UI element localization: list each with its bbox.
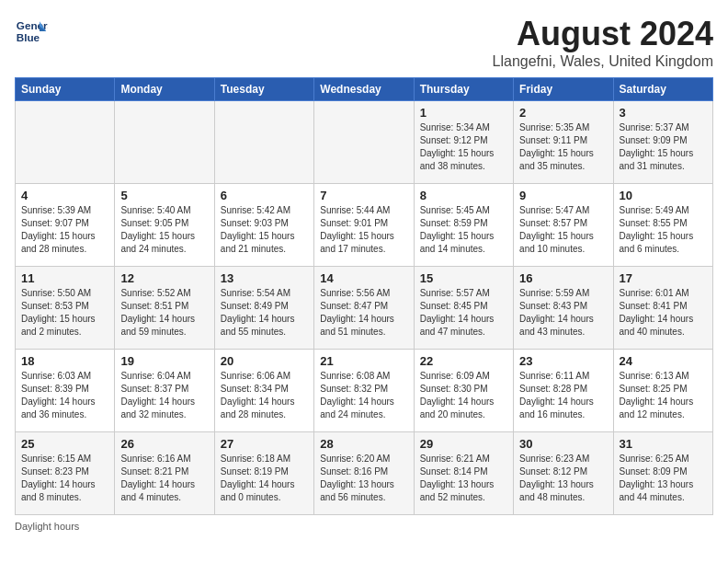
day-info: Sunrise: 5:59 AM Sunset: 8:43 PM Dayligh… bbox=[519, 287, 607, 339]
day-info: Sunrise: 6:25 AM Sunset: 8:09 PM Dayligh… bbox=[620, 453, 707, 504]
day-cell: 8Sunrise: 5:45 AM Sunset: 8:59 PM Daylig… bbox=[414, 184, 513, 267]
day-info: Sunrise: 6:06 AM Sunset: 8:34 PM Dayligh… bbox=[221, 370, 308, 421]
footnote: Daylight hours bbox=[15, 521, 713, 532]
day-number: 1 bbox=[420, 106, 507, 120]
day-info: Sunrise: 6:09 AM Sunset: 8:30 PM Dayligh… bbox=[420, 370, 507, 421]
day-cell: 12Sunrise: 5:52 AM Sunset: 8:51 PM Dayli… bbox=[115, 267, 214, 350]
day-cell bbox=[115, 101, 214, 184]
week-row-4: 18Sunrise: 6:03 AM Sunset: 8:39 PM Dayli… bbox=[16, 350, 713, 432]
day-cell: 14Sunrise: 5:56 AM Sunset: 8:47 PM Dayli… bbox=[314, 267, 414, 350]
day-number: 5 bbox=[120, 189, 208, 202]
day-number: 30 bbox=[519, 437, 607, 451]
day-info: Sunrise: 6:03 AM Sunset: 8:39 PM Dayligh… bbox=[21, 370, 108, 421]
day-cell: 29Sunrise: 6:21 AM Sunset: 8:14 PM Dayli… bbox=[414, 432, 513, 515]
day-info: Sunrise: 6:21 AM Sunset: 8:14 PM Dayligh… bbox=[420, 453, 507, 504]
day-info: Sunrise: 5:52 AM Sunset: 8:51 PM Dayligh… bbox=[120, 287, 208, 339]
day-number: 26 bbox=[120, 437, 208, 451]
day-cell: 17Sunrise: 6:01 AM Sunset: 8:41 PM Dayli… bbox=[613, 267, 712, 350]
day-number: 20 bbox=[221, 354, 308, 368]
day-number: 22 bbox=[420, 354, 507, 368]
week-row-2: 4Sunrise: 5:39 AM Sunset: 9:07 PM Daylig… bbox=[16, 184, 713, 267]
day-number: 9 bbox=[519, 189, 607, 202]
header-friday: Friday bbox=[514, 78, 613, 101]
day-info: Sunrise: 6:23 AM Sunset: 8:12 PM Dayligh… bbox=[519, 453, 607, 504]
day-cell bbox=[314, 101, 414, 184]
header-wednesday: Wednesday bbox=[314, 78, 414, 101]
day-info: Sunrise: 6:08 AM Sunset: 8:32 PM Dayligh… bbox=[320, 370, 407, 421]
day-cell: 13Sunrise: 5:54 AM Sunset: 8:49 PM Dayli… bbox=[214, 267, 313, 350]
day-number: 23 bbox=[519, 354, 607, 368]
subtitle: Llangefni, Wales, United Kingdom bbox=[493, 53, 713, 70]
day-number: 17 bbox=[620, 271, 707, 285]
header-thursday: Thursday bbox=[414, 78, 513, 101]
day-info: Sunrise: 5:57 AM Sunset: 8:45 PM Dayligh… bbox=[420, 287, 507, 339]
day-info: Sunrise: 5:54 AM Sunset: 8:49 PM Dayligh… bbox=[221, 287, 308, 339]
day-cell: 16Sunrise: 5:59 AM Sunset: 8:43 PM Dayli… bbox=[514, 267, 613, 350]
day-info: Sunrise: 6:01 AM Sunset: 8:41 PM Dayligh… bbox=[620, 287, 707, 339]
day-number: 29 bbox=[420, 437, 507, 451]
day-number: 13 bbox=[221, 271, 308, 285]
week-row-5: 25Sunrise: 6:15 AM Sunset: 8:23 PM Dayli… bbox=[16, 432, 713, 515]
day-number: 24 bbox=[620, 354, 707, 368]
day-number: 25 bbox=[21, 437, 108, 451]
day-cell: 7Sunrise: 5:44 AM Sunset: 9:01 PM Daylig… bbox=[314, 184, 414, 267]
day-number: 7 bbox=[320, 189, 407, 202]
day-info: Sunrise: 6:13 AM Sunset: 8:25 PM Dayligh… bbox=[620, 370, 707, 421]
svg-text:Blue: Blue bbox=[17, 31, 40, 43]
day-info: Sunrise: 5:44 AM Sunset: 9:01 PM Dayligh… bbox=[320, 204, 407, 256]
day-cell: 27Sunrise: 6:18 AM Sunset: 8:19 PM Dayli… bbox=[214, 432, 313, 515]
day-info: Sunrise: 6:04 AM Sunset: 8:37 PM Dayligh… bbox=[120, 370, 208, 421]
header-tuesday: Tuesday bbox=[214, 78, 313, 101]
day-info: Sunrise: 5:40 AM Sunset: 9:05 PM Dayligh… bbox=[120, 204, 208, 256]
day-cell: 6Sunrise: 5:42 AM Sunset: 9:03 PM Daylig… bbox=[214, 184, 313, 267]
header-monday: Monday bbox=[115, 78, 214, 101]
day-info: Sunrise: 6:15 AM Sunset: 8:23 PM Dayligh… bbox=[21, 453, 108, 504]
day-number: 31 bbox=[620, 437, 707, 451]
day-cell: 10Sunrise: 5:49 AM Sunset: 8:55 PM Dayli… bbox=[613, 184, 712, 267]
calendar-table: SundayMondayTuesdayWednesdayThursdayFrid… bbox=[15, 77, 713, 515]
day-cell: 24Sunrise: 6:13 AM Sunset: 8:25 PM Dayli… bbox=[613, 350, 712, 432]
day-number: 11 bbox=[21, 271, 108, 285]
day-info: Sunrise: 5:39 AM Sunset: 9:07 PM Dayligh… bbox=[21, 204, 108, 256]
day-cell: 11Sunrise: 5:50 AM Sunset: 8:53 PM Dayli… bbox=[16, 267, 115, 350]
day-number: 14 bbox=[320, 271, 407, 285]
day-cell bbox=[16, 101, 115, 184]
day-cell: 18Sunrise: 6:03 AM Sunset: 8:39 PM Dayli… bbox=[16, 350, 115, 432]
day-cell: 9Sunrise: 5:47 AM Sunset: 8:57 PM Daylig… bbox=[514, 184, 613, 267]
day-info: Sunrise: 5:56 AM Sunset: 8:47 PM Dayligh… bbox=[320, 287, 407, 339]
day-number: 18 bbox=[21, 354, 108, 368]
day-info: Sunrise: 5:50 AM Sunset: 8:53 PM Dayligh… bbox=[21, 287, 108, 339]
logo: General Blue bbox=[15, 15, 48, 48]
day-number: 16 bbox=[519, 271, 607, 285]
day-number: 27 bbox=[221, 437, 308, 451]
title-area: August 2024 Llangefni, Wales, United Kin… bbox=[493, 15, 713, 70]
day-cell: 23Sunrise: 6:11 AM Sunset: 8:28 PM Dayli… bbox=[514, 350, 613, 432]
main-title: August 2024 bbox=[493, 15, 713, 53]
week-row-3: 11Sunrise: 5:50 AM Sunset: 8:53 PM Dayli… bbox=[16, 267, 713, 350]
day-cell: 5Sunrise: 5:40 AM Sunset: 9:05 PM Daylig… bbox=[115, 184, 214, 267]
day-info: Sunrise: 5:47 AM Sunset: 8:57 PM Dayligh… bbox=[519, 204, 607, 256]
header-row: SundayMondayTuesdayWednesdayThursdayFrid… bbox=[16, 78, 713, 101]
day-info: Sunrise: 6:11 AM Sunset: 8:28 PM Dayligh… bbox=[519, 370, 607, 421]
day-number: 15 bbox=[420, 271, 507, 285]
day-number: 10 bbox=[620, 189, 707, 202]
day-number: 4 bbox=[21, 189, 108, 202]
day-cell: 1Sunrise: 5:34 AM Sunset: 9:12 PM Daylig… bbox=[414, 101, 513, 184]
day-number: 2 bbox=[519, 106, 607, 120]
day-info: Sunrise: 5:42 AM Sunset: 9:03 PM Dayligh… bbox=[221, 204, 308, 256]
day-info: Sunrise: 6:20 AM Sunset: 8:16 PM Dayligh… bbox=[320, 453, 407, 504]
day-cell bbox=[214, 101, 313, 184]
day-cell: 4Sunrise: 5:39 AM Sunset: 9:07 PM Daylig… bbox=[16, 184, 115, 267]
day-cell: 22Sunrise: 6:09 AM Sunset: 8:30 PM Dayli… bbox=[414, 350, 513, 432]
day-cell: 20Sunrise: 6:06 AM Sunset: 8:34 PM Dayli… bbox=[214, 350, 313, 432]
day-info: Sunrise: 6:18 AM Sunset: 8:19 PM Dayligh… bbox=[221, 453, 308, 504]
day-info: Sunrise: 5:35 AM Sunset: 9:11 PM Dayligh… bbox=[519, 121, 607, 173]
day-info: Sunrise: 5:34 AM Sunset: 9:12 PM Dayligh… bbox=[420, 121, 507, 173]
day-number: 8 bbox=[420, 189, 507, 202]
header-sunday: Sunday bbox=[16, 78, 115, 101]
day-info: Sunrise: 6:16 AM Sunset: 8:21 PM Dayligh… bbox=[120, 453, 208, 504]
day-cell: 30Sunrise: 6:23 AM Sunset: 8:12 PM Dayli… bbox=[514, 432, 613, 515]
day-cell: 21Sunrise: 6:08 AM Sunset: 8:32 PM Dayli… bbox=[314, 350, 414, 432]
day-info: Sunrise: 5:49 AM Sunset: 8:55 PM Dayligh… bbox=[620, 204, 707, 256]
day-cell: 15Sunrise: 5:57 AM Sunset: 8:45 PM Dayli… bbox=[414, 267, 513, 350]
